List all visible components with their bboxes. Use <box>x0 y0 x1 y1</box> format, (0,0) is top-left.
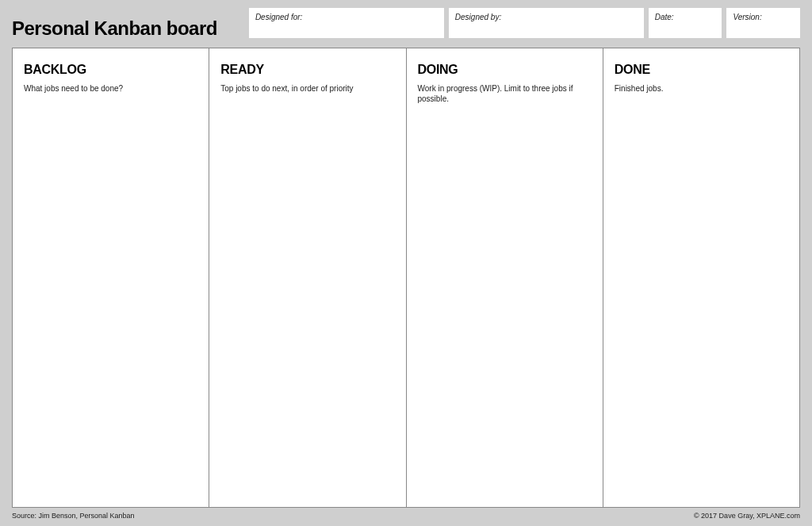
column-title: READY <box>220 63 394 77</box>
column-ready[interactable]: READY Top jobs to do next, in order of p… <box>209 48 406 507</box>
footer: Source: Jim Benson, Personal Kanban © 20… <box>12 508 800 520</box>
column-title: BACKLOG <box>24 63 197 77</box>
column-title: DOING <box>418 63 592 77</box>
page-title: Personal Kanban board <box>12 8 241 40</box>
version-field[interactable]: Version: <box>726 8 800 38</box>
copyright-text: © 2017 Dave Gray, XPLANE.com <box>694 512 800 520</box>
version-label: Version: <box>733 13 761 21</box>
column-doing[interactable]: DOING Work in progress (WIP). Limit to t… <box>407 48 603 507</box>
designed-by-label: Designed by: <box>455 13 501 21</box>
designed-for-field[interactable]: Designed for: <box>249 8 444 38</box>
column-desc: Top jobs to do next, in order of priorit… <box>220 83 394 94</box>
column-desc: What jobs need to be done? <box>24 83 197 94</box>
source-text: Source: Jim Benson, Personal Kanban <box>12 512 135 520</box>
column-desc: Work in progress (WIP). Limit to three j… <box>418 83 592 104</box>
designed-for-label: Designed for: <box>255 13 302 21</box>
designed-by-field[interactable]: Designed by: <box>449 8 644 38</box>
kanban-board: BACKLOG What jobs need to be done? READY… <box>12 48 800 508</box>
column-backlog[interactable]: BACKLOG What jobs need to be done? <box>13 48 209 507</box>
date-field[interactable]: Date: <box>649 8 722 38</box>
column-done[interactable]: DONE Finished jobs. <box>603 48 799 507</box>
meta-fields: Designed for: Designed by: Date: Version… <box>249 8 800 38</box>
column-title: DONE <box>615 63 788 77</box>
column-desc: Finished jobs. <box>615 83 788 94</box>
date-label: Date: <box>655 13 674 21</box>
header: Personal Kanban board Designed for: Desi… <box>12 8 800 40</box>
